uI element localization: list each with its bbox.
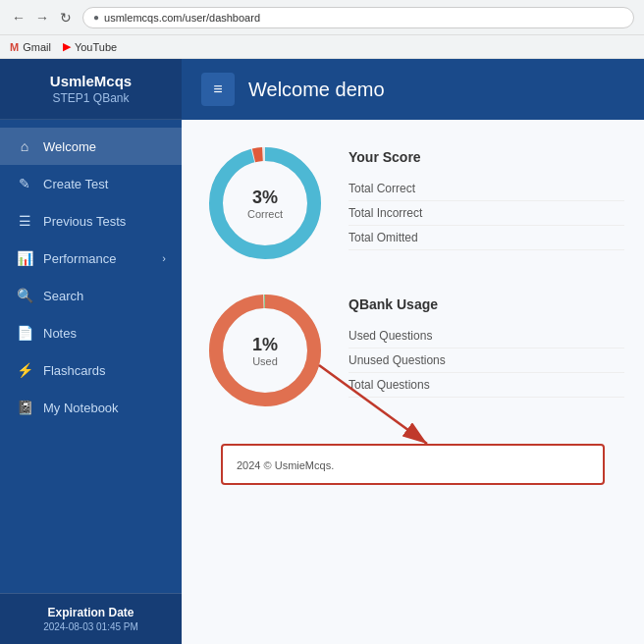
sidebar-item-label: Search [43,289,83,303]
sidebar-footer: Expiration Date 2024-08-03 01:45 PM [0,593,182,644]
correct-stats-row: 3% Correct Your Score Total Correct Tota… [201,139,624,267]
unused-questions-row: Unused Questions [349,349,624,373]
sidebar-item-notes[interactable]: 📄 Notes [0,314,182,351]
used-chart-center: 1% Used [252,335,278,367]
youtube-label: YouTube [75,41,117,53]
sidebar-item-label: Previous Tests [43,214,126,229]
edit-icon: ✎ [16,176,33,191]
expiration-date: 2024-08-03 01:45 PM [10,621,172,632]
sidebar-nav: ⌂ Welcome ✎ Create Test ☰ Previous Tests… [0,120,182,593]
secure-icon: ● [93,12,99,23]
used-donut: 1% Used [201,287,329,414]
sidebar-item-my-notebook[interactable]: 📓 My Notebook [0,389,182,426]
chart-icon: 📊 [16,250,33,266]
footer: 2024 © UsmieMcqs. [221,444,605,485]
notes-icon: 📄 [16,325,33,341]
hamburger-icon: ≡ [213,80,222,98]
total-correct-row: Total Correct [349,177,624,201]
gmail-label: Gmail [23,41,51,53]
chevron-right-icon: › [162,252,166,264]
main-header: ≡ Welcome demo [182,59,644,120]
search-icon: 🔍 [16,288,33,303]
usage-panel: QBank Usage Used Questions Unused Questi… [349,287,624,398]
reload-button[interactable]: ↻ [57,9,75,27]
sidebar-item-search[interactable]: 🔍 Search [0,277,182,314]
used-stats-row: 1% Used QBank Usage Used Questions Unuse… [201,287,624,414]
sidebar-item-label: Performance [43,251,116,266]
total-omitted-row: Total Omitted [349,226,624,250]
qbank-usage-title: QBank Usage [349,296,624,312]
sidebar-item-flashcards[interactable]: ⚡ Flashcards [0,351,182,389]
sidebar-header: UsmleMcqs STEP1 QBank [0,59,182,120]
back-button[interactable]: ← [10,9,27,27]
sidebar-item-label: Notes [43,326,77,341]
correct-chart-container: 3% Correct [201,139,329,267]
sidebar-item-label: My Notebook [43,401,119,415]
correct-donut: 3% Correct [201,139,329,267]
forward-button[interactable]: → [33,9,51,27]
browser-chrome: ← → ↻ ● usmlemcqs.com/user/dashboard [0,0,644,35]
your-score-title: Your Score [349,149,624,165]
sidebar-item-label: Flashcards [43,363,106,378]
main-content: ≡ Welcome demo [182,59,644,644]
sidebar-item-label: Welcome [43,139,96,154]
list-icon: ☰ [16,213,33,229]
page-title: Welcome demo [248,79,385,101]
total-incorrect-row: Total Incorrect [349,201,624,226]
sidebar: UsmleMcqs STEP1 QBank ⌂ Welcome ✎ Create… [0,59,182,644]
sidebar-logo-subtitle: STEP1 QBank [10,91,172,105]
sidebar-logo-title: UsmleMcqs [10,73,172,89]
hamburger-button[interactable]: ≡ [201,73,235,106]
footer-text: 2024 © UsmieMcqs. [237,459,334,471]
correct-label: Correct [247,208,283,220]
gmail-icon: M [10,41,19,53]
used-percent: 1% [252,335,278,355]
dashboard-body: 3% Correct Your Score Total Correct Tota… [182,120,644,520]
nav-icons: ← → ↻ [10,9,75,27]
used-chart-container: 1% Used [201,287,329,414]
sidebar-item-welcome[interactable]: ⌂ Welcome [0,128,182,165]
home-icon: ⌂ [16,138,33,154]
correct-percent: 3% [247,188,283,208]
correct-chart-center: 3% Correct [247,188,283,220]
sidebar-item-performance[interactable]: 📊 Performance › [0,240,182,277]
url-text: usmlemcqs.com/user/dashboard [104,12,260,24]
bookmark-gmail[interactable]: M Gmail [10,41,51,53]
sidebar-item-label: Create Test [43,177,108,191]
bookmark-youtube[interactable]: ▶ YouTube [63,40,117,53]
youtube-icon: ▶ [63,40,71,53]
address-bar[interactable]: ● usmlemcqs.com/user/dashboard [82,7,634,28]
bookmarks-bar: M Gmail ▶ YouTube [0,35,644,59]
score-panel: Your Score Total Correct Total Incorrect… [349,139,624,250]
expiration-label: Expiration Date [10,606,172,619]
used-label: Used [252,355,278,367]
flashcards-icon: ⚡ [16,362,33,378]
notebook-icon: 📓 [16,400,33,415]
used-questions-row: Used Questions [349,324,624,349]
sidebar-item-previous-tests[interactable]: ☰ Previous Tests [0,202,182,240]
total-questions-row: Total Questions [349,373,624,398]
app-container: UsmleMcqs STEP1 QBank ⌂ Welcome ✎ Create… [0,59,644,644]
sidebar-item-create-test[interactable]: ✎ Create Test [0,165,182,202]
